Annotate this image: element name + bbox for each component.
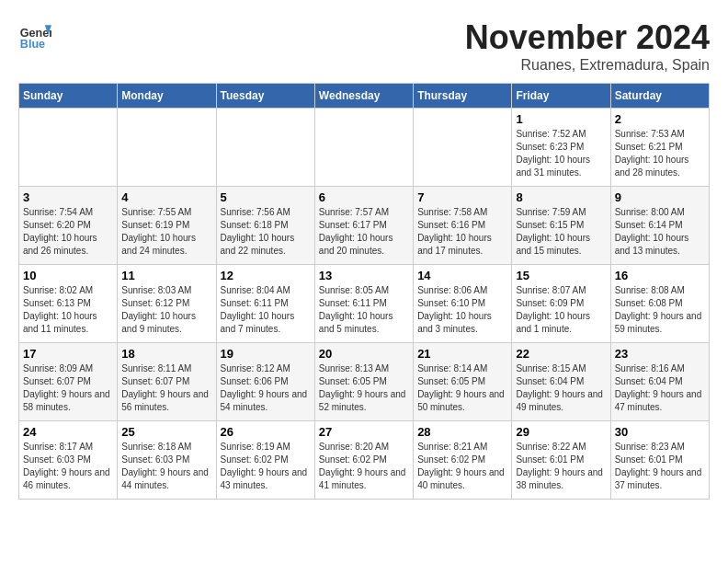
day-info: Sunrise: 8:16 AM Sunset: 6:04 PM Dayligh… [615, 362, 705, 414]
calendar-day-cell: 1Sunrise: 7:52 AM Sunset: 6:23 PM Daylig… [512, 109, 610, 187]
day-number: 30 [615, 425, 705, 439]
calendar-day-cell [414, 109, 512, 187]
day-info: Sunrise: 8:15 AM Sunset: 6:04 PM Dayligh… [516, 362, 606, 414]
calendar-day-cell: 21Sunrise: 8:14 AM Sunset: 6:05 PM Dayli… [414, 343, 512, 421]
day-info: Sunrise: 8:12 AM Sunset: 6:06 PM Dayligh… [221, 362, 311, 414]
calendar-day-cell: 11Sunrise: 8:03 AM Sunset: 6:12 PM Dayli… [118, 265, 216, 343]
logo-icon: General Blue [18, 18, 51, 52]
day-number: 9 [615, 190, 705, 204]
calendar-day-cell: 7Sunrise: 7:58 AM Sunset: 6:16 PM Daylig… [414, 187, 512, 265]
calendar-day-cell: 9Sunrise: 8:00 AM Sunset: 6:14 PM Daylig… [610, 187, 709, 265]
day-number: 23 [615, 347, 705, 361]
day-info: Sunrise: 8:04 AM Sunset: 6:11 PM Dayligh… [221, 284, 311, 336]
day-number: 27 [319, 425, 409, 439]
day-number: 5 [221, 190, 311, 204]
calendar-day-cell: 29Sunrise: 8:22 AM Sunset: 6:01 PM Dayli… [512, 421, 610, 500]
calendar-day-cell: 28Sunrise: 8:21 AM Sunset: 6:02 PM Dayli… [414, 421, 512, 500]
day-number: 24 [23, 425, 113, 439]
calendar-week-row: 17Sunrise: 8:09 AM Sunset: 6:07 PM Dayli… [19, 343, 710, 421]
day-number: 13 [319, 269, 409, 282]
day-number: 1 [516, 112, 606, 126]
day-number: 7 [417, 190, 507, 204]
calendar-day-cell: 25Sunrise: 8:18 AM Sunset: 6:03 PM Dayli… [118, 421, 216, 500]
calendar-week-row: 10Sunrise: 8:02 AM Sunset: 6:13 PM Dayli… [19, 265, 710, 343]
day-number: 20 [319, 347, 409, 361]
calendar-day-cell: 4Sunrise: 7:55 AM Sunset: 6:19 PM Daylig… [118, 187, 216, 265]
calendar-day-cell: 22Sunrise: 8:15 AM Sunset: 6:04 PM Dayli… [512, 343, 610, 421]
weekday-header-cell: Wednesday [314, 84, 413, 109]
day-number: 17 [23, 347, 113, 361]
day-info: Sunrise: 8:06 AM Sunset: 6:10 PM Dayligh… [417, 284, 507, 336]
title-block: November 2024 Ruanes, Extremadura, Spain [465, 18, 710, 74]
day-number: 12 [221, 269, 311, 282]
day-number: 18 [121, 347, 211, 361]
day-info: Sunrise: 7:57 AM Sunset: 6:17 PM Dayligh… [319, 206, 409, 258]
calendar-day-cell: 24Sunrise: 8:17 AM Sunset: 6:03 PM Dayli… [19, 421, 118, 500]
calendar-day-cell: 12Sunrise: 8:04 AM Sunset: 6:11 PM Dayli… [216, 265, 314, 343]
day-info: Sunrise: 7:55 AM Sunset: 6:19 PM Dayligh… [121, 206, 211, 258]
calendar-day-cell [314, 109, 413, 187]
calendar-day-cell [19, 109, 118, 187]
day-number: 2 [615, 112, 705, 126]
day-number: 26 [221, 425, 311, 439]
day-number: 6 [319, 190, 409, 204]
calendar-day-cell: 5Sunrise: 7:56 AM Sunset: 6:18 PM Daylig… [216, 187, 314, 265]
day-info: Sunrise: 7:54 AM Sunset: 6:20 PM Dayligh… [23, 206, 113, 258]
weekday-header-cell: Friday [512, 84, 610, 109]
day-number: 16 [615, 269, 705, 282]
day-info: Sunrise: 7:52 AM Sunset: 6:23 PM Dayligh… [516, 128, 606, 179]
day-number: 10 [23, 269, 113, 282]
calendar-day-cell [216, 109, 314, 187]
calendar-day-cell: 26Sunrise: 8:19 AM Sunset: 6:02 PM Dayli… [216, 421, 314, 500]
day-info: Sunrise: 8:03 AM Sunset: 6:12 PM Dayligh… [121, 284, 211, 336]
day-number: 28 [417, 425, 507, 439]
day-info: Sunrise: 8:08 AM Sunset: 6:08 PM Dayligh… [615, 284, 705, 336]
day-number: 3 [23, 190, 113, 204]
calendar-day-cell: 19Sunrise: 8:12 AM Sunset: 6:06 PM Dayli… [216, 343, 314, 421]
calendar-day-cell: 16Sunrise: 8:08 AM Sunset: 6:08 PM Dayli… [610, 265, 709, 343]
calendar-week-row: 1Sunrise: 7:52 AM Sunset: 6:23 PM Daylig… [19, 109, 710, 187]
day-info: Sunrise: 7:53 AM Sunset: 6:21 PM Dayligh… [615, 128, 705, 179]
calendar-day-cell: 20Sunrise: 8:13 AM Sunset: 6:05 PM Dayli… [314, 343, 413, 421]
calendar-week-row: 3Sunrise: 7:54 AM Sunset: 6:20 PM Daylig… [19, 187, 710, 265]
day-info: Sunrise: 8:02 AM Sunset: 6:13 PM Dayligh… [23, 284, 113, 336]
calendar-day-cell: 15Sunrise: 8:07 AM Sunset: 6:09 PM Dayli… [512, 265, 610, 343]
day-number: 14 [417, 269, 507, 282]
calendar-day-cell: 23Sunrise: 8:16 AM Sunset: 6:04 PM Dayli… [610, 343, 709, 421]
weekday-header-cell: Monday [118, 84, 216, 109]
day-number: 29 [516, 425, 606, 439]
calendar-day-cell [118, 109, 216, 187]
logo: General Blue [18, 18, 51, 52]
calendar-day-cell: 2Sunrise: 7:53 AM Sunset: 6:21 PM Daylig… [610, 109, 709, 187]
day-info: Sunrise: 8:22 AM Sunset: 6:01 PM Dayligh… [516, 441, 606, 492]
day-info: Sunrise: 8:05 AM Sunset: 6:11 PM Dayligh… [319, 284, 409, 336]
calendar-day-cell: 17Sunrise: 8:09 AM Sunset: 6:07 PM Dayli… [19, 343, 118, 421]
calendar-day-cell: 30Sunrise: 8:23 AM Sunset: 6:01 PM Dayli… [610, 421, 709, 500]
day-number: 8 [516, 190, 606, 204]
calendar-week-row: 24Sunrise: 8:17 AM Sunset: 6:03 PM Dayli… [19, 421, 710, 500]
calendar-day-cell: 27Sunrise: 8:20 AM Sunset: 6:02 PM Dayli… [314, 421, 413, 500]
day-info: Sunrise: 8:23 AM Sunset: 6:01 PM Dayligh… [615, 441, 705, 492]
day-info: Sunrise: 8:20 AM Sunset: 6:02 PM Dayligh… [319, 441, 409, 492]
svg-text:Blue: Blue [20, 38, 45, 51]
day-info: Sunrise: 8:14 AM Sunset: 6:05 PM Dayligh… [417, 362, 507, 414]
day-info: Sunrise: 7:56 AM Sunset: 6:18 PM Dayligh… [221, 206, 311, 258]
day-number: 19 [221, 347, 311, 361]
day-info: Sunrise: 8:19 AM Sunset: 6:02 PM Dayligh… [221, 441, 311, 492]
weekday-header-row: SundayMondayTuesdayWednesdayThursdayFrid… [19, 84, 710, 109]
location-title: Ruanes, Extremadura, Spain [465, 57, 710, 74]
calendar-day-cell: 14Sunrise: 8:06 AM Sunset: 6:10 PM Dayli… [414, 265, 512, 343]
calendar-body: 1Sunrise: 7:52 AM Sunset: 6:23 PM Daylig… [19, 109, 710, 500]
day-info: Sunrise: 7:59 AM Sunset: 6:15 PM Dayligh… [516, 206, 606, 258]
calendar-day-cell: 10Sunrise: 8:02 AM Sunset: 6:13 PM Dayli… [19, 265, 118, 343]
day-info: Sunrise: 8:21 AM Sunset: 6:02 PM Dayligh… [417, 441, 507, 492]
day-info: Sunrise: 8:18 AM Sunset: 6:03 PM Dayligh… [121, 441, 211, 492]
day-info: Sunrise: 7:58 AM Sunset: 6:16 PM Dayligh… [417, 206, 507, 258]
calendar-day-cell: 8Sunrise: 7:59 AM Sunset: 6:15 PM Daylig… [512, 187, 610, 265]
day-info: Sunrise: 8:09 AM Sunset: 6:07 PM Dayligh… [23, 362, 113, 414]
weekday-header-cell: Thursday [414, 84, 512, 109]
day-number: 22 [516, 347, 606, 361]
calendar-day-cell: 18Sunrise: 8:11 AM Sunset: 6:07 PM Dayli… [118, 343, 216, 421]
weekday-header-cell: Tuesday [216, 84, 314, 109]
day-info: Sunrise: 8:17 AM Sunset: 6:03 PM Dayligh… [23, 441, 113, 492]
